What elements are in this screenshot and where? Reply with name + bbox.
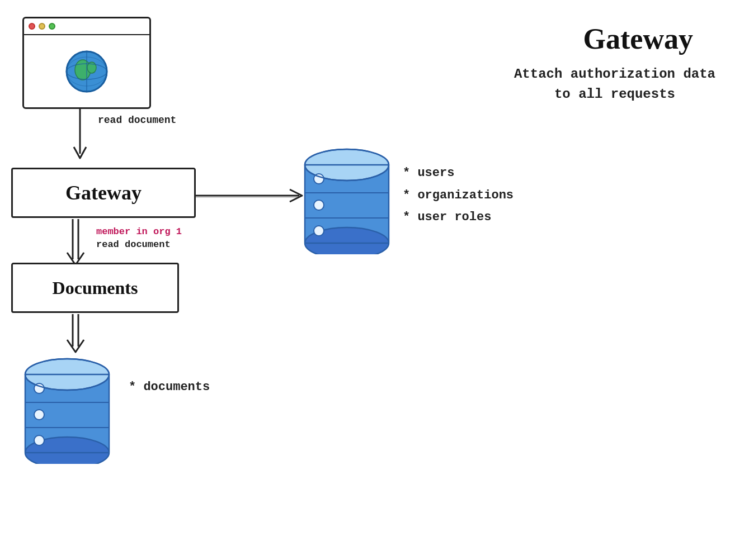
arrow-down-browser <box>66 109 94 170</box>
db-list-item-organizations: * organizations <box>403 184 514 207</box>
svg-point-22 <box>314 226 324 236</box>
documents-label: Documents <box>53 278 138 298</box>
globe-icon <box>62 46 112 97</box>
documents-database-icon <box>17 352 117 464</box>
svg-point-31 <box>34 410 44 420</box>
page-title: Gateway <box>583 22 693 55</box>
browser-dot-red <box>29 23 35 30</box>
svg-point-21 <box>314 200 324 210</box>
browser-titlebar <box>24 18 149 35</box>
db-list-item-user-roles: * user roles <box>403 206 514 229</box>
label-member-in-org: member in org 1 <box>96 226 182 237</box>
browser-content <box>24 35 149 107</box>
label-read-document-1: read document <box>98 115 176 126</box>
browser-dot-green <box>49 23 55 30</box>
svg-point-32 <box>34 435 44 445</box>
gateway-label: Gateway <box>65 181 142 205</box>
auth-database-icon <box>296 143 397 254</box>
documents-db-list: * documents <box>129 380 210 394</box>
browser-window <box>22 17 151 109</box>
page-subtitle: Attach authorization data to all request… <box>514 64 715 105</box>
auth-db-list: * users * organizations * user roles <box>403 162 514 229</box>
gateway-box: Gateway <box>11 168 196 218</box>
documents-box: Documents <box>11 263 179 313</box>
label-read-document-2: read document <box>96 239 171 250</box>
browser-dot-yellow <box>39 23 45 30</box>
db-list-item-users: * users <box>403 162 514 184</box>
db-list-item-documents: * documents <box>129 380 210 394</box>
